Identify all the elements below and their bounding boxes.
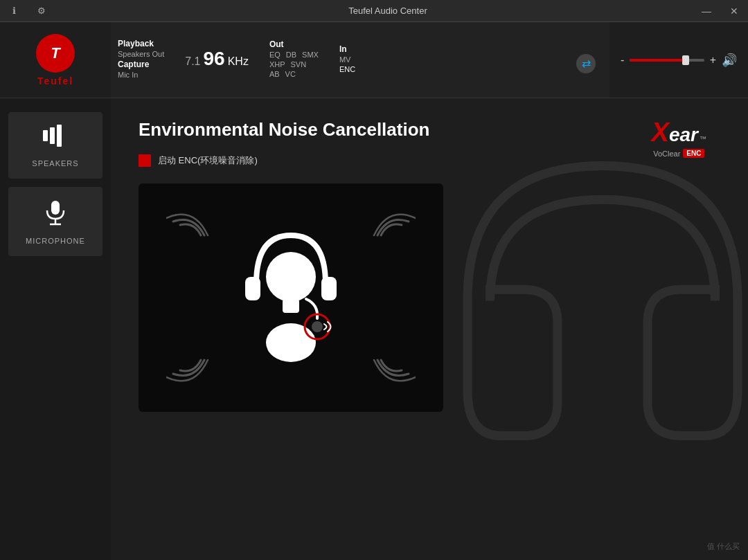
window-title: Teufel Audio Center	[83, 6, 693, 16]
window-controls: — ✕	[693, 0, 748, 22]
in-mv[interactable]: MV	[339, 55, 351, 64]
volume-plus[interactable]: +	[710, 54, 716, 66]
person-headphone-illustration	[235, 222, 346, 374]
logo-area: T Teufel	[0, 22, 111, 98]
svg-rect-0	[43, 130, 48, 141]
playback-section: Playback Speakers Out Capture Mic In	[118, 39, 164, 79]
out-svn[interactable]: SVN	[291, 60, 307, 69]
out-vc[interactable]: VC	[285, 70, 296, 78]
minimize-button[interactable]: —	[693, 0, 720, 22]
speakers-icon	[40, 123, 71, 154]
app-body: T Teufel Playback Speakers Out Capture M…	[0, 22, 748, 560]
xear-x: X	[652, 118, 669, 147]
sidebar-item-speakers[interactable]: SPEAKERS	[8, 112, 103, 179]
volume-area: - + 🔊	[609, 22, 748, 98]
xear-brand: ear	[669, 124, 698, 146]
svg-point-9	[266, 323, 316, 362]
in-items: MV	[339, 55, 355, 64]
enc-toggle-label: 启动 ENC(环境噪音消除)	[158, 154, 258, 167]
frequency-display: 7.1 96 KHz	[185, 48, 249, 70]
svg-rect-7	[321, 277, 337, 300]
sidebar: SPEAKERS MICROPHONE	[0, 98, 111, 560]
out-items-3: AB VC	[269, 70, 319, 78]
sidebar-item-microphone[interactable]: MICROPHONE	[8, 187, 103, 256]
headphone-background	[429, 98, 748, 560]
enc-toggle-row: 启动 ENC(环境噪音消除)	[139, 154, 720, 167]
playback-label: Playback	[118, 39, 164, 48]
volume-thumb[interactable]	[682, 55, 689, 65]
info-button[interactable]: ℹ	[0, 0, 28, 22]
out-items-2: XHP SVN	[269, 60, 319, 69]
svg-rect-3	[51, 201, 60, 215]
in-enc[interactable]: ENC	[339, 65, 355, 73]
out-section: Out EQ DB SMX XHP SVN AB VC	[269, 39, 319, 78]
logo-name: Teufel	[37, 75, 73, 87]
speakers-out-label: Speakers Out	[118, 50, 164, 58]
content-area: X ear ™ VoClear ENC Environmental Noise …	[111, 98, 748, 560]
xear-enc-badge: ENC	[683, 149, 704, 158]
settings-button[interactable]: ⚙	[28, 0, 55, 22]
svg-rect-6	[245, 277, 260, 300]
microphone-label: MICROPHONE	[26, 237, 85, 245]
out-eq[interactable]: EQ	[269, 51, 280, 59]
volume-minus[interactable]: -	[621, 54, 624, 66]
xear-logo: X ear ™ VoClear ENC	[652, 118, 706, 158]
xear-tm: ™	[700, 135, 706, 143]
wave-bottom-left	[166, 336, 215, 384]
svg-point-12	[312, 321, 323, 332]
svg-point-8	[266, 252, 316, 302]
in-label: In	[339, 44, 355, 54]
freq-unit: KHz	[228, 55, 249, 68]
swap-button[interactable]: ⇄	[576, 54, 596, 73]
page-title: Environmental Noise Cancellation	[139, 119, 720, 141]
speakers-label: SPEAKERS	[32, 159, 78, 168]
volume-icon: 🔊	[722, 53, 737, 68]
title-bar: ℹ ⚙ Teufel Audio Center — ✕	[0, 0, 748, 22]
volume-fill	[630, 59, 685, 62]
out-ab[interactable]: AB	[269, 70, 280, 78]
xear-subtitle: VoClear	[653, 150, 680, 158]
wave-top-right	[367, 211, 416, 260]
in-section: In MV ENC	[339, 44, 355, 73]
svg-rect-1	[50, 127, 55, 144]
svg-rect-2	[57, 125, 62, 147]
top-section: T Teufel Playback Speakers Out Capture M…	[0, 22, 748, 98]
enc-checkbox[interactable]	[139, 154, 151, 167]
nav-top-row: Playback Speakers Out Capture Mic In 7.1…	[118, 39, 603, 79]
nav-bar: Playback Speakers Out Capture Mic In 7.1…	[111, 22, 609, 98]
wave-bottom-right	[367, 336, 416, 384]
out-xhp[interactable]: XHP	[269, 60, 285, 69]
out-smx[interactable]: SMX	[302, 51, 319, 59]
close-button[interactable]: ✕	[720, 0, 748, 22]
svg-rect-10	[283, 299, 299, 313]
wave-top-left	[166, 211, 215, 260]
in-items-2: ENC	[339, 65, 355, 73]
volume-slider[interactable]	[630, 59, 704, 62]
watermark: 值 什么买	[707, 541, 740, 552]
out-db[interactable]: DB	[286, 51, 296, 59]
out-label: Out	[269, 39, 319, 49]
freq-num: 96	[204, 48, 225, 70]
enc-illustration	[139, 183, 443, 412]
logo-circle: T	[36, 34, 75, 73]
out-items: EQ DB SMX	[269, 51, 319, 59]
main-area: SPEAKERS MICROPHONE	[0, 98, 748, 560]
mic-in-label: Mic In	[118, 71, 164, 79]
freq-channels: 7.1	[185, 55, 200, 68]
teufel-logo: T Teufel	[36, 34, 75, 87]
capture-label: Capture	[118, 60, 164, 69]
microphone-icon	[42, 198, 69, 231]
